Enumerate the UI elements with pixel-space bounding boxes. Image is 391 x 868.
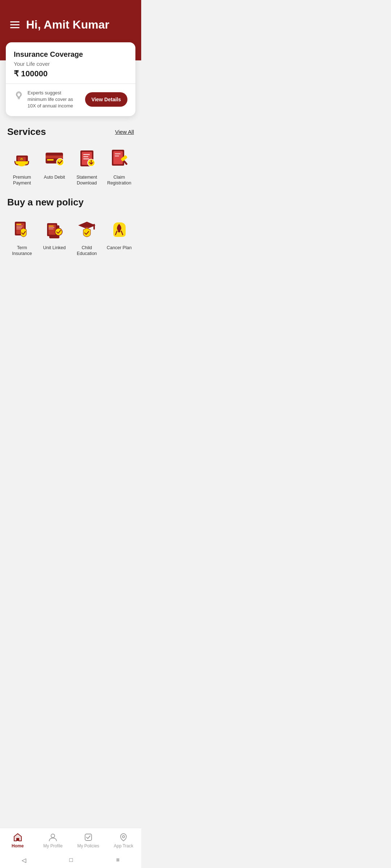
auto-debit-icon: [41, 145, 67, 171]
cancer-plan-icon: [106, 215, 132, 241]
policy-cancer-plan[interactable]: Cancer Plan: [105, 215, 134, 257]
svg-rect-13: [83, 156, 88, 157]
svg-rect-18: [115, 153, 121, 154]
card-hint-text: Experts suggest minimum life cover as 10…: [28, 90, 81, 110]
policy-term-insurance-label: TermInsurance: [12, 245, 32, 257]
card-subtitle: Your Life cover: [14, 61, 127, 67]
child-education-icon: [74, 215, 100, 241]
hamburger-menu[interactable]: [10, 21, 20, 28]
service-statement-download[interactable]: StatementDownload: [72, 145, 102, 186]
svg-rect-31: [49, 226, 54, 226]
svg-rect-26: [16, 227, 22, 228]
view-details-button[interactable]: View Details: [85, 92, 127, 107]
policy-title: Buy a new policy: [7, 197, 84, 208]
services-section: Services View All ₹: [0, 116, 141, 190]
services-header: Services View All: [7, 126, 134, 137]
card-title: Insurance Coverage: [14, 50, 127, 59]
card-hint-area: Experts suggest minimum life cover as 10…: [14, 90, 81, 110]
policy-grid: TermInsurance: [7, 215, 134, 257]
svg-rect-17: [113, 151, 123, 164]
insurance-card: Insurance Coverage Your Life cover ₹ 100…: [6, 42, 135, 116]
svg-rect-38: [93, 224, 95, 230]
service-statement-download-label: StatementDownload: [76, 174, 97, 186]
svg-rect-12: [83, 154, 90, 155]
bulb-icon: [14, 90, 24, 101]
premium-payment-icon: ₹: [9, 145, 35, 171]
services-title: Services: [7, 126, 46, 137]
policy-child-education-label: ChildEducation: [77, 245, 97, 257]
policy-unit-linked[interactable]: Unit Linked: [40, 215, 70, 257]
svg-point-5: [18, 163, 25, 166]
service-claim-registration[interactable]: ClaimRegistration: [105, 145, 134, 186]
svg-rect-24: [16, 224, 21, 225]
service-auto-debit[interactable]: Auto Debit: [40, 145, 70, 186]
svg-rect-7: [46, 156, 63, 158]
greeting-text: Hi, Amit Kumar: [26, 18, 109, 31]
svg-rect-32: [49, 227, 54, 228]
policy-section: Buy a new policy: [0, 190, 141, 260]
svg-rect-33: [49, 229, 54, 229]
policy-child-education[interactable]: ChildEducation: [72, 215, 102, 257]
policy-unit-linked-label: Unit Linked: [43, 245, 66, 251]
services-view-all[interactable]: View All: [115, 129, 134, 135]
policy-term-insurance[interactable]: TermInsurance: [7, 215, 37, 257]
card-amount: ₹ 100000: [14, 69, 127, 78]
claim-registration-icon: [106, 145, 132, 171]
svg-rect-25: [16, 226, 23, 226]
policy-header: Buy a new policy: [7, 197, 134, 208]
svg-rect-14: [83, 158, 89, 159]
service-claim-registration-label: ClaimRegistration: [107, 174, 131, 186]
unit-linked-icon: [41, 215, 67, 241]
policy-cancer-plan-label: Cancer Plan: [107, 245, 132, 251]
statement-download-icon: [74, 145, 100, 171]
service-premium-payment[interactable]: ₹ PremiumPayment: [7, 145, 37, 186]
svg-point-9: [56, 158, 64, 166]
svg-rect-19: [115, 156, 119, 157]
svg-point-40: [118, 230, 121, 233]
service-premium-payment-label: PremiumPayment: [13, 174, 31, 186]
term-insurance-icon: [9, 215, 35, 241]
svg-point-37: [80, 224, 94, 227]
svg-rect-27: [16, 229, 21, 229]
svg-point-34: [55, 228, 62, 235]
service-auto-debit-label: Auto Debit: [44, 174, 65, 180]
services-grid: ₹ PremiumPayment: [7, 145, 134, 186]
card-footer: Experts suggest minimum life cover as 10…: [14, 84, 127, 116]
svg-rect-8: [47, 159, 54, 161]
